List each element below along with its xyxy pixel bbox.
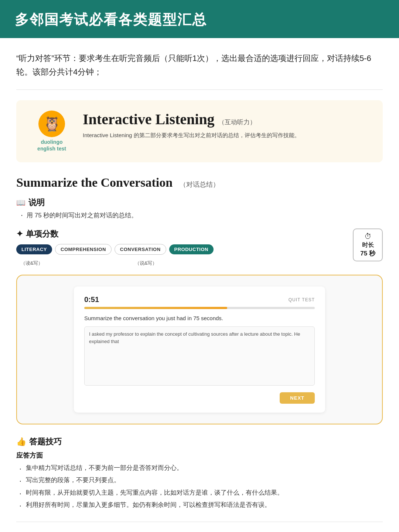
test-next-row: NEXT (84, 392, 315, 404)
test-prompt: Summarize the conversation you just had … (84, 315, 315, 321)
section-title-cn: （对话总结） (180, 181, 219, 188)
duolingo-owl-icon: 🦉 (38, 111, 65, 137)
tip-item-4: 利用好所有时间，尽量加入更多细节。如仍有剩余时间，可以检查拼写和语法是否有误。 (19, 500, 383, 510)
test-quit-label[interactable]: QUIT TEST (289, 297, 315, 302)
duolingo-card-right: Interactive Listening （互动听力） Interactive… (83, 111, 369, 140)
badge-comprehension: COMPREHENSION (55, 244, 112, 255)
section-title-row: Summarize the Conversation （对话总结） (16, 176, 383, 190)
page-header: 多邻国考试必看各类题型汇总 (0, 0, 399, 38)
next-button[interactable]: NEXT (280, 392, 315, 404)
duolingo-description: Interactive Listening 的第二部分要求考生写出对之前对话的总… (83, 131, 369, 140)
badge-literacy: LITERACY (16, 244, 52, 254)
tips-list: 集中精力写对话总结，不要为前一部分是否答对而分心。 写出完整的段落，不要只列要点… (16, 463, 383, 510)
score-header: ✦ 单项分数 (16, 228, 214, 240)
page-title: 多邻国考试必看各类题型汇总 (15, 10, 384, 29)
badge-conversation: CONVERSATION (115, 244, 166, 255)
instruction-list: 用 75 秒的时间写出对之前对话的总结。 (16, 211, 383, 220)
test-progress-bar (84, 307, 315, 309)
book-icon: 📖 (16, 198, 25, 207)
tip-item-1: 集中精力写对话总结，不要为前一部分是否答对而分心。 (19, 463, 383, 473)
time-label: 时长 (362, 241, 374, 249)
divider-2 (16, 522, 383, 522)
test-timer-row: 0:51 QUIT TEST (84, 295, 315, 304)
label-literacy-cn: （读&写） (17, 260, 47, 267)
duolingo-logo-area: 🦉 duolingo english test (30, 111, 74, 152)
instruction-header: 📖 说明 (16, 197, 383, 208)
section-title: Summarize the Conversation （对话总结） (16, 176, 219, 189)
instruction-item-1: 用 75 秒的时间写出对之前对话的总结。 (21, 211, 383, 220)
duolingo-title-row: Interactive Listening （互动听力） (83, 111, 369, 128)
badge-production: PRODUCTION (169, 244, 214, 254)
score-left: ✦ 单项分数 LITERACY COMPREHENSION CONVERSATI… (16, 228, 214, 267)
tip-item-3: 时间有限，从开始就要切入主题，先写重点内容，比如对话方是谁，谈了什么，有什么结果… (19, 488, 383, 498)
test-card: 0:51 QUIT TEST Summarize the conversatio… (74, 287, 325, 413)
test-progress-fill (84, 307, 227, 309)
time-icon: ⏱ (364, 232, 372, 241)
tips-icon: 👍 (16, 437, 26, 447)
duolingo-subtitle-cn: （互动听力） (218, 118, 256, 126)
time-value: 75 秒 (360, 249, 375, 258)
duolingo-card: 🦉 duolingo english test Interactive List… (16, 100, 383, 162)
badge-row-labels: （读&写） （说&写） (16, 260, 214, 267)
test-textarea[interactable]: I asked my professor to explain the conc… (84, 326, 315, 386)
label-production-cn: （说&写） (129, 260, 163, 267)
test-interface-wrapper: 0:51 QUIT TEST Summarize the conversatio… (16, 275, 383, 424)
score-badges: LITERACY COMPREHENSION CONVERSATION PROD… (16, 244, 214, 255)
score-icon: ✦ (16, 229, 23, 239)
instruction-block: 📖 说明 用 75 秒的时间写出对之前对话的总结。 (16, 197, 383, 220)
divider-1 (16, 89, 383, 90)
test-timer: 0:51 (84, 295, 99, 304)
main-content: “听力对答”环节：要求考生在听完音频后（只能听1次），选出最合适的选项进行回应，… (0, 38, 399, 532)
tips-title: 答题技巧 (29, 436, 62, 447)
tips-header: 👍 答题技巧 (16, 436, 383, 447)
tips-section: 👍 答题技巧 应答方面 集中精力写对话总结，不要为前一部分是否答对而分心。 写出… (16, 436, 383, 510)
score-section: ✦ 单项分数 LITERACY COMPREHENSION CONVERSATI… (16, 228, 383, 267)
intro-text: “听力对答”环节：要求考生在听完音频后（只能听1次），选出最合适的选项进行回应，… (16, 51, 383, 79)
tip-item-2: 写出完整的段落，不要只列要点。 (19, 475, 383, 485)
duolingo-main-title: Interactive Listening (83, 111, 215, 128)
time-box: ⏱ 时长 75 秒 (353, 228, 383, 261)
tips-category: 应答方面 (16, 451, 383, 460)
duolingo-brand: duolingo english test (37, 139, 66, 152)
